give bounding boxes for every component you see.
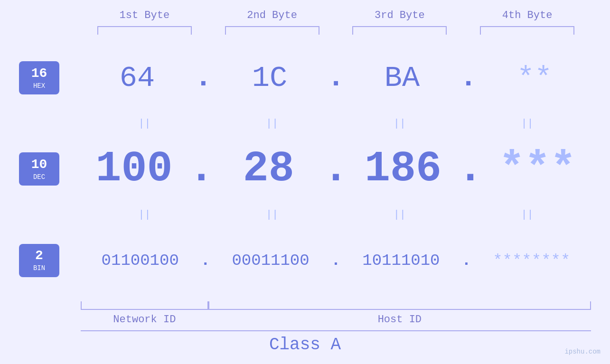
byte4-header: 4th Byte: [463, 9, 591, 21]
hex-badge: 16 HEX: [19, 61, 59, 94]
equals-2-1: ||: [138, 209, 150, 221]
equals-1-4: ||: [521, 118, 533, 130]
bottom-bracket-line: [81, 301, 591, 310]
hex-dot2: .: [327, 63, 345, 93]
bin-base-number: 2: [35, 249, 43, 263]
equals-2-4: ||: [521, 209, 533, 221]
equals-2-2: ||: [266, 209, 278, 221]
bracket-byte3: [352, 26, 447, 35]
dec-byte3: 186: [365, 145, 441, 193]
equals-row-2: || || || ||: [19, 208, 591, 222]
hex-byte4: **: [517, 61, 552, 95]
class-label: Class A: [269, 335, 341, 355]
equals-2-3: ||: [394, 209, 406, 221]
hex-row: 16 HEX 64 . 1C . BA . **: [19, 39, 591, 116]
equals-1-2: ||: [266, 118, 278, 130]
bin-dot3: .: [461, 252, 471, 269]
bin-base-name: BIN: [33, 264, 45, 272]
top-brackets: [19, 26, 591, 35]
bottom-brackets: Network ID Host ID: [19, 301, 591, 326]
hex-values: 64 . 1C . BA . **: [81, 61, 591, 95]
byte-headers: 1st Byte 2nd Byte 3rd Byte 4th Byte: [19, 9, 591, 21]
class-bracket: [81, 330, 591, 331]
dec-row: 10 DEC 100 . 28 . 186 . ***: [19, 131, 591, 207]
bin-byte2: 00011100: [232, 252, 309, 270]
hex-byte2: 1C: [252, 61, 287, 95]
dec-badge: 10 DEC: [19, 152, 59, 186]
dec-byte1: 100: [96, 145, 173, 193]
bin-row: 2 BIN 01100100 . 00011100 . 10111010 . *…: [19, 222, 591, 299]
byte3-header: 3rd Byte: [336, 9, 464, 21]
hex-dot1: .: [195, 63, 212, 93]
bottom-labels: Network ID Host ID: [81, 314, 591, 326]
dec-dot2: .: [323, 148, 348, 190]
bin-values: 01100100 . 00011100 . 10111010 . *******…: [81, 252, 591, 270]
hex-base-name: HEX: [33, 82, 45, 90]
bin-byte3: 10111010: [362, 252, 440, 270]
bin-byte1: 01100100: [102, 252, 179, 270]
bracket-byte4: [480, 26, 574, 35]
bin-dot1: .: [200, 252, 210, 269]
dec-dot1: .: [188, 148, 214, 190]
bin-byte4: ********: [493, 252, 570, 270]
byte2-header: 2nd Byte: [208, 9, 336, 21]
hex-byte3: BA: [385, 61, 420, 95]
class-row: Class A: [19, 330, 591, 355]
dec-base-name: DEC: [33, 173, 45, 181]
hex-base-number: 16: [31, 66, 47, 81]
dec-dot3: .: [458, 148, 483, 190]
network-id-label: Network ID: [113, 314, 176, 326]
byte1-header: 1st Byte: [81, 9, 208, 21]
equals-1-1: ||: [138, 118, 150, 130]
dec-base-number: 10: [31, 158, 47, 172]
hex-byte1: 64: [120, 61, 155, 95]
dec-byte4: ***: [499, 145, 576, 193]
watermark: ipshu.com: [564, 348, 601, 355]
bracket-byte2: [225, 26, 319, 35]
hex-dot3: .: [460, 63, 477, 93]
host-bracket: [208, 301, 591, 310]
equals-1-3: ||: [394, 118, 406, 130]
bin-dot2: .: [331, 252, 340, 269]
dec-byte2: 28: [243, 145, 294, 193]
bracket-byte1: [97, 26, 192, 35]
main-container: 1st Byte 2nd Byte 3rd Byte 4th Byte 16: [0, 0, 610, 364]
host-id-label: Host ID: [378, 314, 422, 326]
dec-values: 100 . 28 . 186 . ***: [81, 145, 591, 193]
bin-badge: 2 BIN: [19, 244, 59, 277]
equals-row-1: || || || ||: [19, 116, 591, 131]
network-bracket: [81, 301, 208, 310]
